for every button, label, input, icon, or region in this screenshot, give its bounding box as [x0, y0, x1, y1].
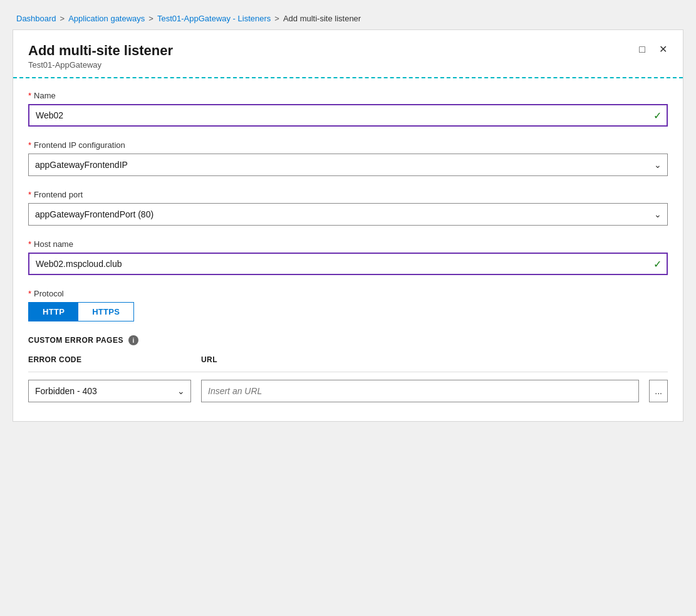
host-name-input[interactable]	[28, 253, 668, 275]
frontend-port-select[interactable]: appGatewayFrontendPort (80)	[28, 203, 668, 226]
panel-title: Add multi-site listener	[28, 43, 668, 59]
maximize-button[interactable]: □	[635, 40, 650, 58]
frontend-ip-required-star: *	[28, 140, 31, 150]
protocol-toggle: HTTP HTTPS	[28, 302, 134, 321]
info-icon[interactable]: i	[128, 335, 138, 345]
panel-subtitle: Test01-AppGateway	[28, 60, 668, 70]
url-column-header: URL	[201, 355, 668, 367]
panel-header: Add multi-site listener Test01-AppGatewa…	[13, 30, 683, 78]
host-name-required-star: *	[28, 239, 31, 249]
host-name-label: * Host name	[28, 239, 668, 249]
breadcrumb-current: Add multi-site listener	[283, 14, 361, 23]
error-code-select[interactable]: Forbidden - 403	[28, 380, 191, 402]
protocol-required-star: *	[28, 289, 31, 298]
error-pages-table: ERROR CODE URL Forbidden - 403 ⌄	[28, 355, 668, 402]
protocol-https-button[interactable]: HTTPS	[78, 303, 133, 321]
breadcrumb-app-gateways[interactable]: Application gateways	[68, 14, 145, 23]
breadcrumb-sep-1: >	[60, 14, 65, 23]
frontend-port-required-star: *	[28, 190, 31, 199]
table-divider	[28, 372, 668, 372]
name-required-star: *	[28, 91, 31, 100]
frontend-port-label: * Frontend port	[28, 190, 668, 199]
error-code-select-wrapper: Forbidden - 403 ⌄	[28, 380, 191, 402]
table-header-row: ERROR CODE URL	[28, 355, 668, 367]
frontend-port-label-text: Frontend port	[34, 190, 83, 199]
name-field-group: * Name ✓	[28, 91, 668, 127]
frontend-ip-group: * Frontend IP configuration appGatewayFr…	[28, 140, 668, 176]
panel-body: * Name ✓ * Frontend IP configuration app…	[13, 78, 683, 402]
breadcrumb-dashboard[interactable]: Dashboard	[16, 14, 56, 23]
error-code-column-header: ERROR CODE	[28, 355, 191, 367]
add-listener-panel: Add multi-site listener Test01-AppGatewa…	[13, 29, 683, 422]
name-label: * Name	[28, 91, 668, 100]
panel-actions: □ ✕	[635, 40, 672, 58]
protocol-http-button[interactable]: HTTP	[29, 303, 78, 321]
error-code-cell: Forbidden - 403 ⌄	[28, 380, 191, 402]
ellipsis-button[interactable]: ...	[649, 380, 668, 402]
url-input[interactable]	[201, 380, 639, 402]
url-header-text: URL	[201, 355, 668, 367]
breadcrumb-listeners[interactable]: Test01-AppGateway - Listeners	[157, 14, 271, 23]
frontend-ip-label: * Frontend IP configuration	[28, 140, 668, 150]
frontend-port-select-wrapper: appGatewayFrontendPort (80) ⌄	[28, 203, 668, 226]
frontend-ip-select[interactable]: appGatewayFrontendIP	[28, 154, 668, 176]
error-code-header-text: ERROR CODE	[28, 355, 191, 367]
custom-error-pages-header: CUSTOM ERROR PAGES i	[28, 335, 668, 345]
protocol-label-text: Protocol	[34, 289, 64, 298]
frontend-ip-label-text: Frontend IP configuration	[34, 140, 125, 150]
table-data-row: Forbidden - 403 ⌄ ...	[28, 380, 668, 402]
protocol-label: * Protocol	[28, 289, 668, 298]
frontend-ip-select-wrapper: appGatewayFrontendIP ⌄	[28, 154, 668, 176]
name-input-wrapper: ✓	[28, 104, 668, 127]
url-input-wrapper	[201, 380, 639, 402]
custom-error-pages-title: CUSTOM ERROR PAGES	[28, 336, 123, 345]
breadcrumb: Dashboard > Application gateways > Test0…	[6, 6, 690, 29]
protocol-group: * Protocol HTTP HTTPS	[28, 289, 668, 321]
close-button[interactable]: ✕	[655, 40, 672, 58]
host-name-input-wrapper: ✓	[28, 253, 668, 275]
name-label-text: Name	[34, 91, 56, 100]
host-name-group: * Host name ✓	[28, 239, 668, 275]
breadcrumb-sep-3: >	[274, 14, 279, 23]
breadcrumb-sep-2: >	[148, 14, 153, 23]
host-name-label-text: Host name	[34, 239, 73, 249]
name-input[interactable]	[28, 104, 668, 127]
frontend-port-group: * Frontend port appGatewayFrontendPort (…	[28, 190, 668, 226]
